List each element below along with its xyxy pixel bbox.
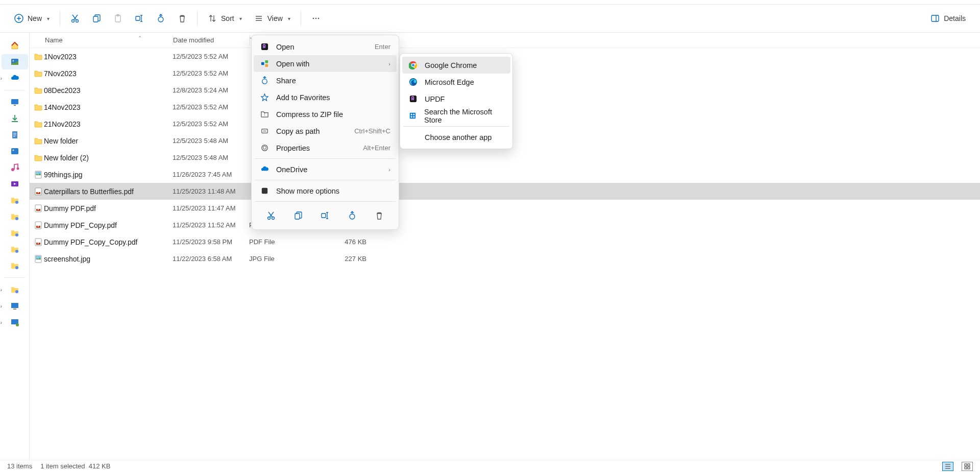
- ctx-onedrive[interactable]: OneDrive ›: [254, 161, 397, 178]
- sidebar-pinned-2[interactable]: [2, 209, 28, 224]
- app-icon: [260, 186, 269, 196]
- sort-button[interactable]: Sort ▾: [203, 11, 247, 26]
- cut-button[interactable]: [65, 11, 85, 26]
- sidebar-pinned-3[interactable]: [2, 225, 28, 241]
- folder-icon: [30, 136, 44, 146]
- sidebar-gallery[interactable]: [2, 54, 28, 69]
- separator: [255, 180, 396, 180]
- chevron-right-icon[interactable]: ›: [1, 75, 3, 81]
- ctx-properties-label: Properties: [276, 144, 356, 152]
- path-icon: [260, 127, 269, 136]
- details-view-button[interactable]: [942, 462, 953, 471]
- ctx-compress[interactable]: Compress to ZIP file: [254, 106, 397, 123]
- ctx-delete[interactable]: [371, 207, 388, 224]
- downloads-icon: [10, 114, 19, 123]
- rename-button[interactable]: [130, 11, 149, 26]
- delete-icon: [375, 211, 384, 220]
- openwith-store[interactable]: Search the Microsoft Store: [402, 107, 510, 124]
- file-date: 11/25/2023 9:58 PM: [173, 238, 249, 246]
- copy-button[interactable]: [87, 11, 106, 26]
- chrome-icon: [408, 61, 418, 70]
- openwith-updf[interactable]: UPDF: [402, 90, 510, 107]
- openwith-store-label: Search the Microsoft Store: [424, 108, 504, 124]
- file-row[interactable]: 99things.jpg11/26/2023 7:45 AM: [30, 166, 980, 183]
- sidebar-music[interactable]: [2, 160, 28, 175]
- separator: [301, 11, 301, 26]
- ctx-copy[interactable]: [289, 207, 307, 224]
- paste-button[interactable]: [108, 11, 128, 26]
- sidebar-desktop[interactable]: [2, 95, 28, 110]
- this-pc-icon: [10, 301, 19, 311]
- column-date[interactable]: Date modified: [173, 36, 250, 44]
- openwith-edge[interactable]: Microsoft Edge: [402, 74, 510, 90]
- separator: [5, 277, 25, 278]
- sidebar-network[interactable]: ›: [2, 315, 28, 330]
- sidebar-home[interactable]: [2, 38, 28, 53]
- view-button[interactable]: View ▾: [249, 11, 296, 26]
- file-row[interactable]: Caterpillars to Butterflies.pdf11/25/202…: [30, 183, 980, 200]
- chevron-down-icon: ▾: [47, 16, 50, 21]
- file-row[interactable]: screenshot.jpg11/22/2023 6:58 AMJPG File…: [30, 250, 980, 267]
- delete-button[interactable]: [173, 11, 192, 26]
- separator: [197, 11, 198, 26]
- file-name: New folder (2): [44, 154, 173, 162]
- file-row[interactable]: Dummy PDF_Copy.pdf11/25/2023 11:52 AMPDF…: [30, 217, 980, 233]
- ctx-open-with[interactable]: Open with ›: [254, 55, 397, 72]
- file-name: 1Nov2023: [44, 53, 173, 61]
- ctx-share[interactable]: Share: [254, 72, 397, 89]
- details-button[interactable]: Details: [925, 11, 971, 26]
- folder-pin-icon: [10, 245, 19, 254]
- sidebar-pictures[interactable]: [2, 144, 28, 159]
- sidebar-downloads[interactable]: [2, 111, 28, 126]
- file-row[interactable]: Dummy PDF.pdf11/25/2023 11:47 AM: [30, 200, 980, 217]
- plus-icon: [14, 14, 23, 23]
- sidebar-pinned-5[interactable]: [2, 258, 28, 273]
- details-label: Details: [944, 14, 966, 22]
- separator: [60, 11, 60, 26]
- file-date: 11/26/2023 7:45 AM: [173, 171, 249, 178]
- openwith-chrome[interactable]: Google Chrome: [402, 57, 510, 74]
- sidebar-documents[interactable]: [2, 127, 28, 143]
- ctx-cut[interactable]: [262, 207, 280, 224]
- ctx-properties-accel: Alt+Enter: [363, 144, 390, 152]
- sidebar-onedrive[interactable]: ›: [2, 70, 28, 86]
- ctx-properties[interactable]: Properties Alt+Enter: [254, 139, 397, 156]
- folder-icon: [30, 103, 44, 112]
- jpg-icon: [30, 170, 44, 179]
- openwith-choose[interactable]: Choose another app: [402, 129, 510, 146]
- folder-icon: [30, 86, 44, 95]
- sidebar-this-pc[interactable]: ›: [2, 298, 28, 314]
- share-icon: [260, 76, 269, 85]
- more-button[interactable]: [306, 11, 326, 26]
- column-name[interactable]: Name⌃: [30, 36, 173, 44]
- rename-icon: [135, 14, 144, 23]
- edge-icon: [408, 78, 418, 87]
- file-row[interactable]: New folder (2)12/5/2023 5:48 AM: [30, 149, 980, 166]
- sidebar-pinned-6[interactable]: ›: [2, 282, 28, 297]
- share-button[interactable]: [151, 11, 170, 26]
- details-icon: [930, 14, 940, 23]
- status-items: 13 items: [7, 462, 32, 470]
- jpg-icon: [30, 254, 44, 264]
- chevron-down-icon: ▾: [239, 16, 242, 21]
- ctx-share-quick[interactable]: [344, 207, 361, 224]
- sidebar-pinned-1[interactable]: [2, 193, 28, 208]
- chevron-right-icon[interactable]: ›: [1, 303, 3, 309]
- ctx-rename[interactable]: [316, 207, 334, 224]
- chevron-right-icon[interactable]: ›: [1, 319, 3, 325]
- file-row[interactable]: Dummy PDF_Copy_Copy.pdf11/25/2023 9:58 P…: [30, 233, 980, 250]
- file-name: Caterpillars to Butterflies.pdf: [44, 187, 173, 196]
- thumbnails-view-button[interactable]: [962, 462, 973, 471]
- ctx-show-more[interactable]: Show more options: [254, 182, 397, 199]
- ctx-quick-actions: [254, 204, 397, 226]
- sidebar-pinned-4[interactable]: [2, 242, 28, 257]
- new-button[interactable]: New ▾: [9, 11, 55, 26]
- sidebar-videos[interactable]: [2, 176, 28, 192]
- chevron-right-icon[interactable]: ›: [1, 287, 3, 293]
- openwith-chrome-label: Google Chrome: [425, 61, 477, 69]
- ctx-open[interactable]: Open Enter: [254, 38, 397, 55]
- ctx-add-favorites[interactable]: Add to Favorites: [254, 89, 397, 106]
- ctx-copy-path[interactable]: Copy as path Ctrl+Shift+C: [254, 123, 397, 139]
- blank-icon: [408, 133, 418, 142]
- folder-pin-icon: [10, 196, 19, 205]
